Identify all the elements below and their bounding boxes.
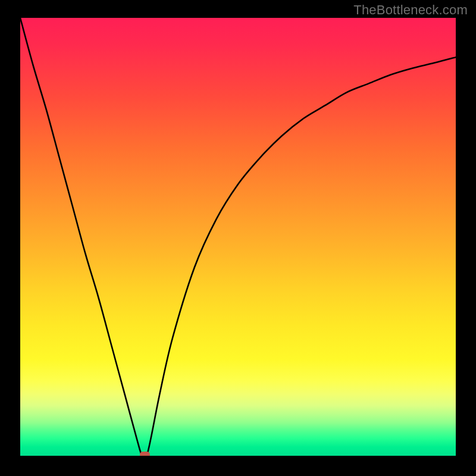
bottleneck-curve: [20, 18, 456, 456]
minimum-marker: [140, 452, 150, 456]
plot-area: [20, 18, 456, 456]
chart-frame: TheBottleneck.com: [0, 0, 476, 476]
watermark-text: TheBottleneck.com: [353, 2, 468, 18]
